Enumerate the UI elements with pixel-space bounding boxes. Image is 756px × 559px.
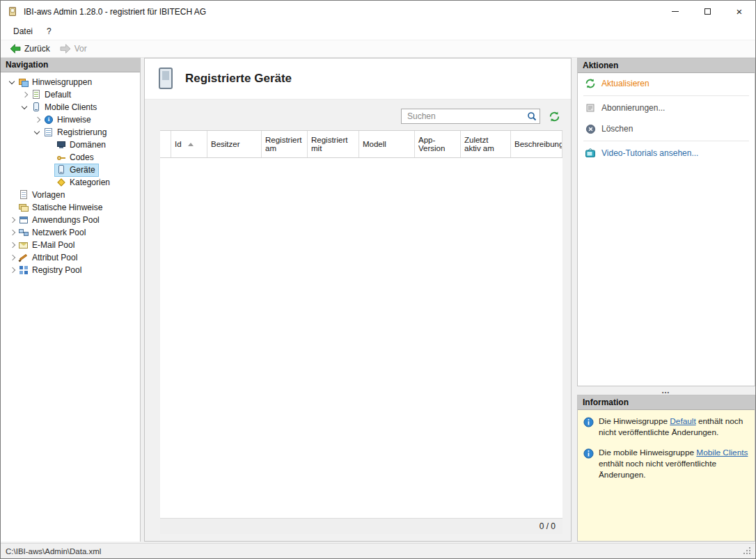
- search-icon[interactable]: [527, 111, 537, 123]
- back-button[interactable]: Zurück: [5, 42, 55, 56]
- tree-item-label: Geräte: [70, 165, 95, 175]
- tree-item-vorlagen[interactable]: Vorlagen: [1, 189, 140, 201]
- link-default-group[interactable]: Default: [670, 416, 695, 426]
- column-label: Besitzer: [211, 140, 240, 148]
- tree-item-netzwerk-pool[interactable]: Netzwerk Pool: [1, 226, 140, 239]
- tree-item-mobile-clients[interactable]: Mobile Clients: [1, 101, 140, 113]
- column-header-id[interactable]: Id: [171, 131, 207, 157]
- action-abonnierungen[interactable]: Abonnierungen...: [578, 97, 755, 118]
- info-text-prefix: Die mobile Hinweisgruppe: [599, 448, 696, 457]
- minimize-button[interactable]: [659, 1, 691, 22]
- titlebar: IBI-aws Admin 1.28.0 - registriert für I…: [1, 1, 755, 22]
- chevron-down-icon[interactable]: [6, 77, 17, 88]
- action-loeschen[interactable]: Löschen: [578, 118, 755, 139]
- main-title-bar: Registrierte Geräte: [145, 58, 571, 100]
- sort-asc-icon: [188, 143, 194, 146]
- search-row: [160, 100, 562, 130]
- device-icon: [56, 164, 67, 175]
- tree-item-registry-pool[interactable]: Registry Pool: [1, 264, 140, 276]
- column-label: Registriert am: [265, 136, 304, 152]
- forward-button[interactable]: Vor: [55, 42, 92, 56]
- chevron-right-icon[interactable]: [6, 252, 17, 263]
- info-circle-icon: [583, 417, 594, 439]
- close-button[interactable]: ×: [723, 1, 755, 22]
- column-header-besitzer[interactable]: Besitzer: [207, 131, 262, 157]
- tree-item-attribut-pool[interactable]: Attribut Pool: [1, 251, 140, 264]
- close-icon: ×: [737, 6, 743, 17]
- menu-datei[interactable]: Datei: [6, 24, 40, 38]
- network-icon: [18, 227, 29, 238]
- tree-item-statische-hinweise[interactable]: Statische Hinweise: [1, 201, 140, 214]
- chevron-right-icon[interactable]: [19, 89, 30, 100]
- tree-item-label: Codes: [70, 152, 94, 162]
- tree-item-email-pool[interactable]: E-Mail Pool: [1, 239, 140, 251]
- chevron-right-icon[interactable]: [31, 114, 42, 125]
- resize-grip[interactable]: [743, 546, 752, 556]
- chevron-down-icon[interactable]: [19, 102, 30, 113]
- tree-item-registrierung[interactable]: Registrierung: [1, 126, 140, 139]
- tree-item-hinweisgruppen[interactable]: Hinweisgruppen: [1, 76, 140, 88]
- column-header-registriert-am[interactable]: Registriert am: [262, 131, 308, 157]
- info-message-mobile-clients: Die mobile Hinweisgruppe Mobile Clients …: [583, 448, 749, 481]
- mail-icon: [18, 239, 29, 251]
- column-header-registriert-mit[interactable]: Registriert mit: [308, 131, 359, 157]
- domain-icon: [56, 139, 67, 150]
- page-title: Registrierte Geräte: [185, 72, 292, 86]
- column-header-zuletzt-aktiv[interactable]: Zuletzt aktiv am: [461, 131, 511, 157]
- tree-item-label: Mobile Clients: [45, 102, 97, 112]
- tree-item-anwendungs-pool[interactable]: Anwendungs Pool: [1, 214, 140, 226]
- column-label: Registriert mit: [311, 136, 355, 152]
- column-label: Id: [175, 140, 182, 148]
- content-area: Navigation Hinweisgruppen Default Mobile…: [1, 58, 755, 543]
- back-arrow-icon: [10, 43, 21, 54]
- mobile-phone-icon: [31, 102, 42, 113]
- chevron-right-icon[interactable]: [6, 227, 17, 238]
- maximize-button[interactable]: [691, 1, 723, 22]
- document-icon: [31, 89, 42, 100]
- tree-item-label: Registry Pool: [32, 265, 81, 275]
- link-mobile-clients-group[interactable]: Mobile Clients: [696, 448, 748, 457]
- tree-item-default[interactable]: Default: [1, 88, 140, 101]
- column-header-modell[interactable]: Modell: [359, 131, 415, 157]
- info-message-default: Die Hinweisgruppe Default enthält noch n…: [583, 416, 749, 439]
- navigation-panel: Navigation Hinweisgruppen Default Mobile…: [1, 58, 141, 542]
- vertical-splitter[interactable]: [572, 58, 577, 543]
- search-input[interactable]: [401, 109, 540, 124]
- action-label: Aktualisieren: [601, 79, 649, 88]
- chevron-right-icon[interactable]: [6, 265, 17, 276]
- forward-button-label: Vor: [74, 44, 87, 54]
- actions-header: Aktionen: [578, 58, 755, 73]
- delete-icon: [585, 123, 596, 134]
- tree-item-label: Registrierung: [57, 127, 107, 137]
- toolbar: Zurück Vor: [1, 40, 755, 58]
- menu-help[interactable]: ?: [40, 24, 58, 38]
- tree-item-label: Statische Hinweise: [32, 203, 102, 212]
- devices-table: Id Besitzer Registriert am Registriert m…: [160, 130, 562, 534]
- tree-item-hinweise[interactable]: Hinweise: [1, 113, 140, 126]
- action-video-tutorials[interactable]: Video-Tutorials ansehen...: [578, 143, 755, 164]
- column-header-gutter[interactable]: [160, 131, 171, 157]
- attribute-icon: [18, 252, 29, 263]
- refresh-list-button[interactable]: [547, 109, 561, 123]
- horizontal-splitter-handle[interactable]: …: [577, 386, 755, 395]
- tree-item-domaenen[interactable]: Domänen: [1, 139, 140, 151]
- app-window: IBI-aws Admin 1.28.0 - registriert für I…: [0, 0, 756, 559]
- main-body: Id Besitzer Registriert am Registriert m…: [145, 100, 571, 541]
- tree-item-label: Domänen: [70, 140, 106, 150]
- tree-item-kategorien[interactable]: Kategorien: [1, 176, 140, 189]
- chevron-down-icon[interactable]: [31, 127, 42, 138]
- tree-item-label: Default: [45, 90, 71, 100]
- column-header-app-version[interactable]: App-Version: [415, 131, 461, 157]
- chevron-right-icon[interactable]: [6, 239, 17, 251]
- column-header-beschreibung[interactable]: Beschreibung: [511, 131, 562, 157]
- tree-item-geraete[interactable]: Geräte: [1, 164, 140, 176]
- column-label: App-Version: [418, 136, 457, 152]
- action-aktualisieren[interactable]: Aktualisieren: [578, 73, 755, 94]
- tree-item-codes[interactable]: Codes: [1, 151, 140, 164]
- information-body: Die Hinweisgruppe Default enthält noch n…: [578, 410, 755, 541]
- search-box: [401, 109, 540, 124]
- tree-item-label: Attribut Pool: [32, 253, 77, 262]
- registration-icon: [43, 127, 54, 138]
- statusbar: C:\IBI-aws\Admin\Data.xml: [1, 543, 755, 558]
- chevron-right-icon[interactable]: [6, 214, 17, 226]
